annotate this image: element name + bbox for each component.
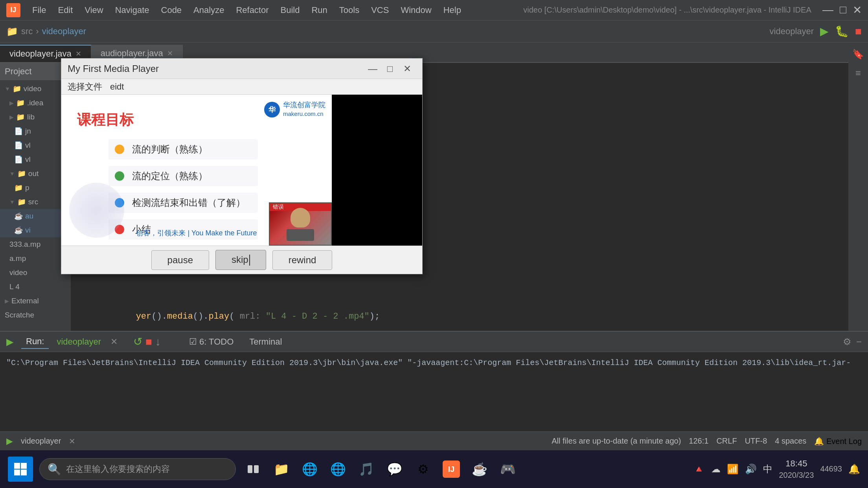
structure-icon[interactable]: ≡ bbox=[850, 65, 866, 81]
stop-button[interactable]: ■ bbox=[855, 25, 862, 38]
rewind-button[interactable]: rewind bbox=[272, 250, 333, 270]
tree-au[interactable]: ☕ au bbox=[0, 209, 71, 223]
java-icon[interactable]: ☕ bbox=[469, 458, 491, 480]
event-log-label[interactable]: 🔔 Event Log bbox=[814, 437, 862, 446]
run-stop-icon[interactable]: ■ bbox=[145, 336, 152, 348]
run-tab-close[interactable]: ✕ bbox=[110, 337, 118, 347]
tree-vl2-label: vl bbox=[25, 154, 31, 165]
thumb-text: 错误 bbox=[273, 204, 284, 211]
dialog-menu-file[interactable]: 选择文件 bbox=[68, 81, 102, 93]
run-tab-run[interactable]: Run: bbox=[21, 335, 49, 349]
music-icon[interactable]: 🎵 bbox=[355, 458, 377, 480]
run-collapse-icon[interactable]: − bbox=[856, 336, 862, 347]
dialog-menu-edit[interactable]: eidt bbox=[110, 82, 124, 92]
menu-view[interactable]: View bbox=[85, 5, 103, 15]
build-num: 44693 bbox=[820, 464, 842, 473]
taskbar-search-box[interactable]: 🔍 在这里输入你要搜索的内容 bbox=[39, 458, 236, 480]
tree-src[interactable]: ▼ 📁 src bbox=[0, 195, 71, 209]
menu-window[interactable]: Window bbox=[401, 5, 431, 15]
menu-refactor[interactable]: Refactor bbox=[236, 5, 268, 15]
run-settings-icon[interactable]: ⚙ bbox=[843, 336, 851, 347]
thumb-body bbox=[287, 229, 314, 241]
start-button[interactable] bbox=[8, 457, 33, 482]
tree-p-label: p bbox=[25, 182, 29, 193]
dialog-title-bar[interactable]: My First Media Player — □ ✕ bbox=[61, 59, 422, 79]
arrow-icon: ▼ bbox=[5, 83, 10, 94]
idea-icon[interactable]: IJ bbox=[440, 458, 462, 480]
settings-icon[interactable]: ⚙ bbox=[412, 458, 434, 480]
volume-icon[interactable]: 🔊 bbox=[745, 464, 757, 475]
notification-icon[interactable]: 🔔 bbox=[848, 464, 860, 475]
thumbnail-image: 错误 bbox=[270, 203, 331, 245]
maximize-button[interactable]: □ bbox=[840, 4, 846, 17]
dialog-maximize-button[interactable]: □ bbox=[381, 62, 399, 76]
menu-edit[interactable]: Edit bbox=[58, 5, 73, 15]
explorer-icon[interactable]: 📁 bbox=[270, 458, 292, 480]
run-tab-terminal[interactable]: Terminal bbox=[245, 335, 287, 349]
menu-run[interactable]: Run bbox=[311, 5, 327, 15]
tree-video-file[interactable]: video bbox=[0, 266, 71, 280]
dialog-minimize-button[interactable]: — bbox=[364, 62, 381, 76]
tree-jn[interactable]: 📄 jn bbox=[0, 124, 71, 138]
tree-l4[interactable]: L 4 bbox=[0, 280, 71, 294]
tree-333amp[interactable]: 333.a.mp bbox=[0, 237, 71, 251]
run-down-icon[interactable]: ↓ bbox=[155, 336, 161, 348]
browser-icon-1[interactable]: 🌐 bbox=[299, 458, 321, 480]
menu-build[interactable]: Build bbox=[281, 5, 300, 15]
run-button[interactable]: ▶ bbox=[820, 25, 829, 38]
breadcrumb-separator: › bbox=[36, 26, 39, 37]
slide-footer: 创客，引领未来 | You Make the Future bbox=[136, 228, 257, 238]
browser-icon-2[interactable]: 🌐 bbox=[327, 458, 349, 480]
menu-code[interactable]: Code bbox=[161, 5, 182, 15]
tree-p[interactable]: 📁 p bbox=[0, 181, 71, 195]
tree-out[interactable]: ▼ 📁 out bbox=[0, 167, 71, 181]
code-line-8 bbox=[94, 281, 862, 295]
lang-icon[interactable]: 中 bbox=[763, 463, 772, 475]
bookmark-icon[interactable]: 🔖 bbox=[850, 46, 866, 62]
tab-audioplayer-close[interactable]: ✕ bbox=[167, 49, 173, 58]
menu-tools[interactable]: Tools bbox=[339, 5, 359, 15]
svg-rect-0 bbox=[14, 463, 20, 469]
dialog-controls: pause skip rewind bbox=[61, 246, 422, 274]
menu-vcs[interactable]: VCS bbox=[371, 5, 389, 15]
menu-file[interactable]: File bbox=[32, 5, 46, 15]
tree-vl1[interactable]: 📄 vl bbox=[0, 138, 71, 152]
weather-icon[interactable]: ☁ bbox=[711, 464, 721, 475]
close-button[interactable]: ✕ bbox=[853, 4, 862, 17]
tree-external[interactable]: ▶ External bbox=[0, 294, 71, 308]
debug-button[interactable]: 🐛 bbox=[835, 25, 849, 38]
tree-src-label: src bbox=[28, 196, 38, 207]
task-view-icon[interactable] bbox=[242, 458, 264, 480]
tree-lib-label: lib bbox=[27, 112, 35, 123]
run-restart-icon[interactable]: ↺ bbox=[133, 335, 142, 348]
pause-button[interactable]: pause bbox=[151, 250, 209, 270]
chat-icon[interactable]: 💬 bbox=[384, 458, 406, 480]
game-icon[interactable]: 🎮 bbox=[497, 458, 519, 480]
menu-analyze[interactable]: Analyze bbox=[193, 5, 224, 15]
wifi-icon[interactable]: 📶 bbox=[727, 464, 739, 475]
menu-navigate[interactable]: Navigate bbox=[115, 5, 149, 15]
tree-amp[interactable]: a.mp bbox=[0, 251, 71, 266]
menu-help[interactable]: Help bbox=[443, 5, 461, 15]
tree-idea[interactable]: ▶ 📁 .idea bbox=[0, 96, 71, 110]
bullet-1 bbox=[115, 145, 124, 154]
minimize-button[interactable]: — bbox=[822, 4, 833, 17]
tree-vi[interactable]: ☕ vi bbox=[0, 223, 71, 237]
tree-external-label: External bbox=[11, 295, 39, 306]
tree-scratche[interactable]: Scratche bbox=[0, 308, 71, 322]
run-tab-todo[interactable]: ☑ 6: TODO bbox=[184, 335, 238, 349]
arrow-icon: ▼ bbox=[9, 196, 15, 207]
tree-vl2[interactable]: 📄 vl bbox=[0, 152, 71, 167]
tab-videoplayer-close[interactable]: ✕ bbox=[75, 50, 81, 58]
skip-button[interactable]: skip bbox=[215, 250, 266, 270]
arrow-icon: ▶ bbox=[5, 295, 9, 306]
status-run-label[interactable]: videoplayer bbox=[21, 437, 61, 446]
network-icon[interactable]: 🔺 bbox=[693, 464, 705, 475]
run-tab-videoplayer[interactable]: videoplayer bbox=[57, 337, 101, 347]
tree-video-root[interactable]: ▼ 📁 video bbox=[0, 82, 71, 96]
status-run-close[interactable]: ✕ bbox=[69, 437, 75, 446]
status-file-status: All files are up-to-date (a minute ago) bbox=[552, 437, 681, 446]
todo-icon: ☑ bbox=[189, 337, 197, 347]
dialog-close-button[interactable]: ✕ bbox=[399, 62, 416, 76]
tree-lib[interactable]: ▶ 📁 lib bbox=[0, 110, 71, 124]
